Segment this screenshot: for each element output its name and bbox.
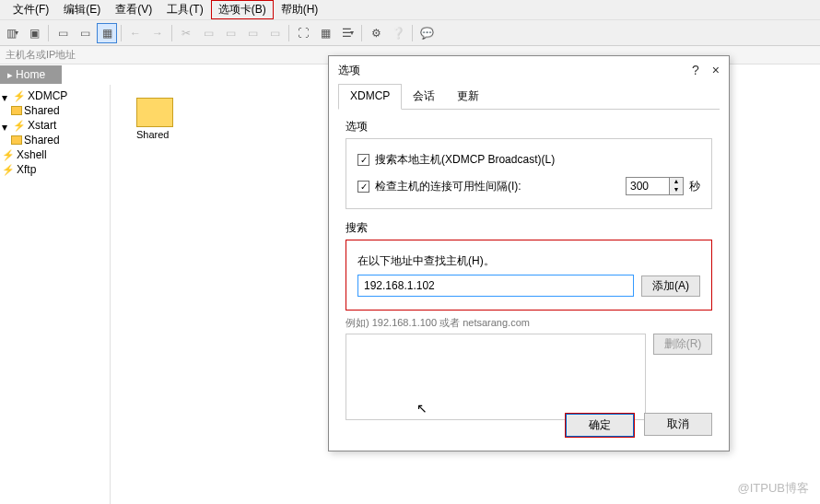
spinner-up-icon[interactable]: ▲ <box>670 178 683 186</box>
dialog-titlebar: 选项 ? × <box>329 56 729 84</box>
tree-item-xstart[interactable]: ▾⚡Xstart <box>2 118 108 133</box>
back-icon[interactable]: ← <box>125 23 146 43</box>
list-icon[interactable]: ☰▾ <box>337 23 357 43</box>
menu-edit[interactable]: 编辑(E) <box>56 0 108 19</box>
interval-input[interactable] <box>627 178 669 194</box>
new-icon[interactable]: ▥▾ <box>2 23 22 43</box>
search-host-label: 在以下地址中查找主机(H)。 <box>357 253 700 269</box>
add-button[interactable]: 添加(A) <box>641 275 700 297</box>
host-listbox[interactable]: ↖ <box>346 334 646 420</box>
open2-icon[interactable]: ▭ <box>75 23 95 43</box>
options-group-title: 选项 <box>346 119 712 135</box>
forward-icon[interactable]: → <box>147 23 168 43</box>
checkbox-interval-label: 检查主机的连接可用性间隔(I): <box>375 179 521 194</box>
tree-item-xdmcp[interactable]: ▾⚡XDMCP <box>2 88 108 103</box>
dialog-help-icon[interactable]: ? <box>692 63 699 77</box>
menu-tools[interactable]: 工具(T) <box>159 0 210 19</box>
tree-item-xftp[interactable]: ⚡Xftp <box>2 162 108 177</box>
checkbox-broadcast-label: 搜索本地主机(XDMCP Broadcast)(L) <box>375 152 555 168</box>
sidebar-tree: ▾⚡XDMCP Shared ▾⚡Xstart Shared ⚡Xshell ⚡… <box>0 85 111 504</box>
menu-tabs[interactable]: 选项卡(B) <box>211 0 274 19</box>
help-icon[interactable]: ❔ <box>388 23 408 43</box>
breadcrumb-home[interactable]: ▸ Home <box>0 65 62 84</box>
chat-icon[interactable]: 💬 <box>416 23 437 43</box>
tab-update[interactable]: 更新 <box>446 84 490 109</box>
menu-view[interactable]: 查看(V) <box>108 0 159 19</box>
folder-icon[interactable] <box>136 98 173 127</box>
tree-item-shared-1[interactable]: Shared <box>2 103 108 118</box>
checkbox-broadcast[interactable] <box>357 154 369 166</box>
cancel-button[interactable]: 取消 <box>644 413 712 436</box>
cursor-icon: ↖ <box>416 401 428 416</box>
host-address-input[interactable] <box>357 275 634 297</box>
spinner-down-icon[interactable]: ▼ <box>670 186 683 194</box>
gear-icon[interactable]: ⚙ <box>366 23 386 43</box>
save-icon[interactable]: ▣ <box>24 23 44 43</box>
tab-xdmcp[interactable]: XDMCP <box>338 84 402 110</box>
toolbar: ▥▾ ▣ ▭ ▭ ▦ ← → ✂ ▭ ▭ ▭ ▭ ⛶ ▦ ☰▾ ⚙ ❔ 💬 <box>0 20 820 46</box>
ok-button[interactable]: 确定 <box>566 414 634 437</box>
fullscreen-icon[interactable]: ⛶ <box>293 23 313 43</box>
paste-icon[interactable]: ▭ <box>242 23 263 43</box>
cut-icon[interactable]: ✂ <box>176 23 196 43</box>
copy2-icon[interactable]: ▭ <box>220 23 240 43</box>
watermark: @ITPUB博客 <box>738 480 809 497</box>
remove-button[interactable]: 删除(R) <box>653 334 712 355</box>
options-dialog: 选项 ? × XDMCP 会话 更新 选项 搜索本地主机(XDMCP Broad… <box>328 55 730 451</box>
menu-file[interactable]: 文件(F) <box>6 0 56 19</box>
copy-icon[interactable]: ▭ <box>198 23 218 43</box>
tree-item-xshell[interactable]: ⚡Xshell <box>2 147 108 162</box>
layout-icon[interactable]: ▦ <box>315 23 335 43</box>
menu-help[interactable]: 帮助(H) <box>274 0 326 19</box>
paste2-icon[interactable]: ▭ <box>264 23 285 43</box>
panel-icon[interactable]: ▦ <box>97 23 117 43</box>
menu-bar: 文件(F) 编辑(E) 查看(V) 工具(T) 选项卡(B) 帮助(H) <box>0 0 820 20</box>
open-icon[interactable]: ▭ <box>53 23 73 43</box>
tree-item-shared-2[interactable]: Shared <box>2 133 108 147</box>
example-text: 例如) 192.168.1.100 或者 netsarang.com <box>346 316 712 330</box>
dialog-close-icon[interactable]: × <box>712 63 720 77</box>
interval-spinner[interactable]: ▲ ▼ <box>626 177 684 195</box>
checkbox-interval[interactable] <box>357 181 369 193</box>
dialog-title: 选项 <box>338 63 360 78</box>
tab-session[interactable]: 会话 <box>402 84 446 109</box>
interval-unit: 秒 <box>689 179 700 194</box>
search-group-title: 搜索 <box>346 220 712 236</box>
dialog-tabs: XDMCP 会话 更新 <box>338 84 720 110</box>
